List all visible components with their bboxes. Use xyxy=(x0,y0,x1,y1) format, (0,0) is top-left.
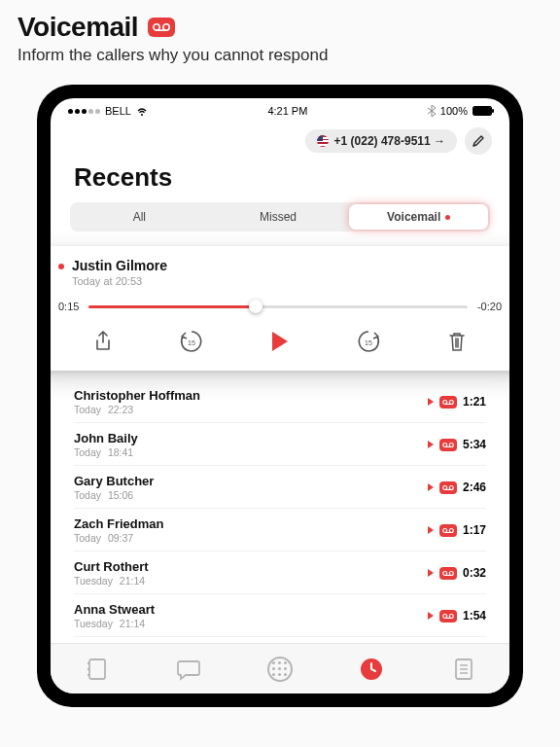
recents-row[interactable]: Gary ButcherToday 15:062:46 xyxy=(74,466,486,509)
play-indicator-icon xyxy=(428,526,434,534)
play-icon xyxy=(272,332,288,351)
status-time: 4:21 PM xyxy=(267,105,307,117)
player-remaining: -0:20 xyxy=(477,301,502,312)
us-flag-icon xyxy=(317,135,329,147)
tab-voicemail-label: Voicemail xyxy=(387,210,440,224)
voicemail-icon xyxy=(439,567,457,580)
scrubber[interactable] xyxy=(88,305,468,308)
play-indicator-icon xyxy=(428,569,434,577)
svg-point-18 xyxy=(449,571,453,575)
keypad-icon xyxy=(267,657,293,682)
row-duration: 2:46 xyxy=(463,480,486,494)
delete-button[interactable] xyxy=(439,324,474,359)
row-name: Christopher Hoffman xyxy=(74,388,428,403)
svg-text:15: 15 xyxy=(365,339,372,346)
edit-button[interactable] xyxy=(465,127,492,155)
row-sub: Tuesday 21:14 xyxy=(74,575,428,587)
contacts-icon xyxy=(85,657,108,682)
svg-point-21 xyxy=(449,614,453,618)
player-caller-name: Justin Gilmore xyxy=(72,258,167,273)
promo-header: Voicemail Inform the callers why you can… xyxy=(0,0,560,71)
recents-row[interactable]: Anna StweartTuesday 21:141:54 xyxy=(74,594,486,637)
svg-point-6 xyxy=(449,400,453,404)
unread-dot-icon xyxy=(445,215,450,220)
play-indicator-icon xyxy=(428,441,434,448)
list-icon xyxy=(452,657,475,682)
recents-row[interactable]: Christopher HoffmanToday 22:231:21 xyxy=(74,380,486,423)
tab-keypad[interactable] xyxy=(257,646,303,693)
battery-icon xyxy=(472,106,492,116)
row-duration: 1:54 xyxy=(463,609,486,622)
svg-point-12 xyxy=(449,485,453,489)
voicemail-icon xyxy=(439,481,457,494)
wifi-icon xyxy=(136,106,148,116)
tab-voicemail[interactable]: Voicemail xyxy=(349,204,488,230)
voicemail-icon xyxy=(439,439,457,451)
recents-row[interactable]: Zach FriedmanToday 09:371:17 xyxy=(74,509,486,551)
tab-messages[interactable] xyxy=(165,646,212,693)
tab-missed[interactable]: Missed xyxy=(209,202,348,231)
voicemail-icon xyxy=(439,610,457,622)
share-button[interactable] xyxy=(86,324,121,359)
recents-row[interactable]: John BailyToday 18:415:34 xyxy=(74,423,486,466)
page-title: Recents xyxy=(51,160,509,202)
svg-point-11 xyxy=(443,485,447,489)
clock-icon xyxy=(359,657,384,682)
row-sub: Today 15:06 xyxy=(74,489,428,501)
forward-15-button[interactable]: 15 xyxy=(351,324,386,359)
player-elapsed: 0:15 xyxy=(58,301,79,312)
row-name: Curt Rothert xyxy=(74,559,428,574)
svg-point-1 xyxy=(163,24,169,30)
tab-missed-label: Missed xyxy=(260,210,297,224)
tab-recents[interactable] xyxy=(348,646,395,693)
row-name: John Baily xyxy=(74,431,428,445)
phone-number-pill[interactable]: +1 (022) 478-9511 → xyxy=(305,129,457,153)
svg-point-0 xyxy=(154,24,159,30)
promo-subtitle: Inform the callers why you cannot respon… xyxy=(18,45,542,65)
voicemail-player-card: Justin Gilmore Today at 20:53 0:15 -0:20… xyxy=(51,246,509,371)
row-duration: 5:34 xyxy=(463,438,486,451)
scrubber-knob[interactable] xyxy=(249,300,262,313)
rewind-15-button[interactable]: 15 xyxy=(174,324,209,359)
tab-contacts[interactable] xyxy=(73,646,120,693)
unread-dot-icon xyxy=(58,264,64,269)
svg-point-14 xyxy=(443,528,447,532)
play-indicator-icon xyxy=(428,612,434,620)
voicemail-icon xyxy=(439,524,457,537)
svg-point-9 xyxy=(449,443,453,446)
screen: BELL 4:21 PM 100% +1 (022) 478-9511 → Re… xyxy=(51,98,509,694)
promo-title: Voicemail xyxy=(18,12,138,43)
row-name: Zach Friedman xyxy=(74,516,428,531)
device-frame: BELL 4:21 PM 100% +1 (022) 478-9511 → Re… xyxy=(37,85,523,707)
bluetooth-icon xyxy=(428,105,436,117)
rewind-15-icon: 15 xyxy=(179,329,204,354)
tab-all[interactable]: All xyxy=(70,202,209,231)
play-button[interactable] xyxy=(262,324,298,359)
row-sub: Today 22:23 xyxy=(74,404,428,415)
signal-icon xyxy=(68,109,100,114)
svg-rect-23 xyxy=(89,659,105,679)
row-name: Gary Butcher xyxy=(74,474,428,488)
trash-icon xyxy=(447,331,467,352)
bottom-tab-bar xyxy=(51,643,509,694)
row-sub: Today 18:41 xyxy=(74,446,428,458)
tab-all-label: All xyxy=(133,210,146,224)
row-duration: 1:17 xyxy=(463,523,486,537)
recents-row[interactable]: Curt RothertTuesday 21:140:32 xyxy=(74,551,486,594)
segmented-control: All Missed Voicemail xyxy=(70,202,490,231)
svg-point-15 xyxy=(449,528,453,532)
player-timestamp: Today at 20:53 xyxy=(72,275,167,287)
share-icon xyxy=(93,331,113,352)
carrier-label: BELL xyxy=(105,105,131,117)
svg-point-17 xyxy=(443,571,447,575)
svg-point-8 xyxy=(443,443,447,446)
svg-point-5 xyxy=(443,400,447,404)
battery-label: 100% xyxy=(440,105,468,117)
svg-text:15: 15 xyxy=(188,339,195,346)
voicemail-icon xyxy=(148,18,175,37)
svg-point-20 xyxy=(443,614,447,618)
row-name: Anna Stweart xyxy=(74,602,428,617)
row-sub: Tuesday 21:14 xyxy=(74,618,428,629)
tab-voicemail-list[interactable] xyxy=(440,646,487,693)
row-sub: Today 09:37 xyxy=(74,532,428,544)
